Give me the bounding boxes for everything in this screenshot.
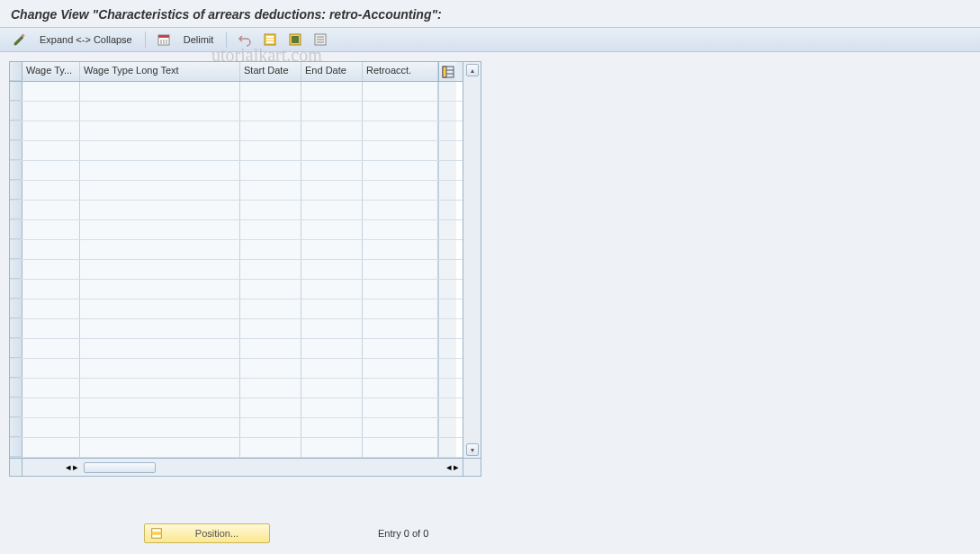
- deselect-all-button[interactable]: [310, 31, 331, 49]
- cell-end-date[interactable]: [301, 339, 363, 358]
- table-row[interactable]: [10, 141, 463, 161]
- scroll-down-button[interactable]: ▾: [466, 443, 479, 456]
- table-row[interactable]: [10, 121, 463, 141]
- cell-retroacct[interactable]: [363, 141, 438, 160]
- cell-start-date[interactable]: [240, 161, 301, 180]
- cell-start-date[interactable]: [240, 319, 301, 338]
- cell-end-date[interactable]: [301, 319, 363, 338]
- cell-wage-type[interactable]: [22, 141, 80, 160]
- cell-retroacct[interactable]: [363, 299, 438, 318]
- table-row[interactable]: [10, 359, 463, 379]
- row-selector[interactable]: [10, 220, 22, 239]
- cell-wage-type[interactable]: [22, 260, 80, 279]
- cell-end-date[interactable]: [301, 102, 363, 121]
- cell-wage-type-long[interactable]: [80, 240, 240, 259]
- cell-retroacct[interactable]: [363, 240, 438, 259]
- row-selector[interactable]: [10, 181, 22, 200]
- row-selector[interactable]: [10, 398, 22, 417]
- cell-start-date[interactable]: [240, 359, 301, 378]
- table-row[interactable]: [10, 260, 463, 280]
- cell-wage-type[interactable]: [22, 398, 80, 417]
- cell-wage-type-long[interactable]: [80, 201, 240, 219]
- cell-retroacct[interactable]: [363, 418, 438, 437]
- scroll-left-button[interactable]: ▸: [73, 461, 78, 473]
- cell-end-date[interactable]: [301, 240, 363, 259]
- row-selector[interactable]: [10, 438, 22, 457]
- table-row[interactable]: [10, 161, 463, 181]
- cell-wage-type[interactable]: [22, 299, 80, 318]
- cell-start-date[interactable]: [240, 280, 301, 299]
- cell-retroacct[interactable]: [363, 359, 438, 378]
- table-row[interactable]: [10, 339, 463, 359]
- cell-start-date[interactable]: [240, 201, 301, 219]
- cell-wage-type-long[interactable]: [80, 280, 240, 299]
- row-selector[interactable]: [10, 260, 22, 279]
- cell-start-date[interactable]: [240, 121, 301, 140]
- cell-end-date[interactable]: [301, 438, 363, 457]
- table-row[interactable]: [10, 181, 463, 201]
- cell-start-date[interactable]: [240, 181, 301, 200]
- cell-end-date[interactable]: [301, 220, 363, 239]
- cell-wage-type[interactable]: [22, 161, 80, 180]
- scroll-right-end-button[interactable]: ▸: [454, 461, 459, 473]
- cell-wage-type[interactable]: [22, 102, 80, 121]
- cell-end-date[interactable]: [301, 201, 363, 219]
- cell-wage-type[interactable]: [22, 438, 80, 457]
- cell-end-date[interactable]: [301, 379, 363, 398]
- cell-retroacct[interactable]: [363, 438, 438, 457]
- cell-retroacct[interactable]: [363, 379, 438, 398]
- row-selector[interactable]: [10, 280, 22, 299]
- cell-wage-type-long[interactable]: [80, 418, 240, 437]
- cell-retroacct[interactable]: [363, 82, 438, 101]
- cell-wage-type-long[interactable]: [80, 181, 240, 200]
- cell-retroacct[interactable]: [363, 102, 438, 121]
- cell-start-date[interactable]: [240, 438, 301, 457]
- cell-end-date[interactable]: [301, 121, 363, 140]
- cell-end-date[interactable]: [301, 398, 363, 417]
- col-header-wage-type-long[interactable]: Wage Type Long Text: [80, 62, 240, 81]
- cell-wage-type[interactable]: [22, 201, 80, 219]
- delimit-icon-button[interactable]: [153, 31, 175, 49]
- cell-retroacct[interactable]: [363, 220, 438, 239]
- cell-wage-type[interactable]: [22, 181, 80, 200]
- cell-start-date[interactable]: [240, 299, 301, 318]
- row-selector[interactable]: [10, 418, 22, 437]
- row-selector[interactable]: [10, 82, 22, 101]
- cell-wage-type-long[interactable]: [80, 379, 240, 398]
- row-selector[interactable]: [10, 339, 22, 358]
- cell-wage-type-long[interactable]: [80, 299, 240, 318]
- cell-retroacct[interactable]: [363, 260, 438, 279]
- cell-end-date[interactable]: [301, 161, 363, 180]
- toggle-icon-button[interactable]: [9, 31, 31, 49]
- cell-start-date[interactable]: [240, 379, 301, 398]
- row-selector[interactable]: [10, 299, 22, 318]
- cell-wage-type-long[interactable]: [80, 359, 240, 378]
- cell-start-date[interactable]: [240, 260, 301, 279]
- cell-retroacct[interactable]: [363, 121, 438, 140]
- cell-start-date[interactable]: [240, 141, 301, 160]
- cell-wage-type[interactable]: [22, 379, 80, 398]
- cell-end-date[interactable]: [301, 141, 363, 160]
- row-selector[interactable]: [10, 240, 22, 259]
- horizontal-scrollbar[interactable]: [80, 462, 443, 473]
- cell-wage-type-long[interactable]: [80, 260, 240, 279]
- cell-retroacct[interactable]: [363, 161, 438, 180]
- cell-wage-type[interactable]: [22, 359, 80, 378]
- cell-retroacct[interactable]: [363, 280, 438, 299]
- cell-wage-type[interactable]: [22, 280, 80, 299]
- cell-retroacct[interactable]: [363, 201, 438, 219]
- scroll-left-start-button[interactable]: ◂: [66, 461, 71, 473]
- cell-wage-type[interactable]: [22, 220, 80, 239]
- table-row[interactable]: [10, 398, 463, 418]
- cell-wage-type-long[interactable]: [80, 82, 240, 101]
- vertical-scrollbar[interactable]: ▴ ▾: [463, 62, 481, 458]
- row-selector[interactable]: [10, 141, 22, 160]
- col-header-retroacct[interactable]: Retroacct.: [363, 62, 438, 81]
- row-selector[interactable]: [10, 102, 22, 121]
- col-header-end-date[interactable]: End Date: [301, 62, 363, 81]
- cell-wage-type-long[interactable]: [80, 121, 240, 140]
- cell-wage-type-long[interactable]: [80, 220, 240, 239]
- scroll-right-button[interactable]: ◂: [446, 461, 452, 473]
- table-row[interactable]: [10, 418, 463, 438]
- row-selector[interactable]: [10, 379, 22, 398]
